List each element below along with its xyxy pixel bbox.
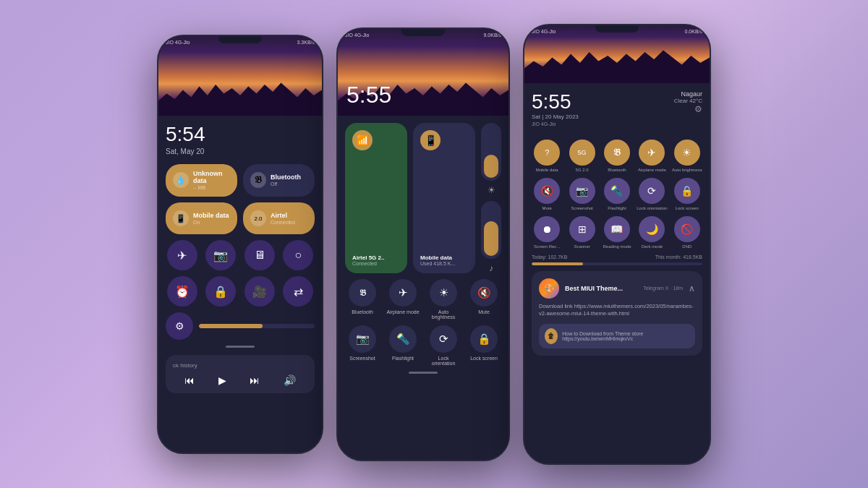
screen-btn[interactable]: 🖥 [244,240,275,270]
p3-screenshot[interactable]: 📷 Screenshot [566,178,597,210]
next-btn[interactable]: ⏭ [250,374,260,386]
video-btn[interactable]: 🎥 [244,276,275,307]
data-control[interactable]: 💧 Unknown data -- MB [166,164,237,197]
p2-orientation[interactable]: ⟳ Lock orientation [426,325,461,366]
p3-reading-label: Reading mode [603,244,631,249]
p3-mute[interactable]: 🔇 Mute [532,178,562,210]
prev-btn[interactable]: ⏮ [184,374,195,386]
airtel-tile-status: Connected [352,261,400,266]
icon-buttons-grid-1: ✈ 📷 🖥 ○ ⏰ 🔒 🎥 ⇄ [166,240,315,307]
p3-reading-icon: 📖 [604,216,630,242]
media-track: ck history [173,362,307,369]
p3-flashlight[interactable]: 🔦 Flashlight [602,178,632,210]
p3-dnd[interactable]: 🚫 DND [672,216,702,249]
mobile-icon: 📱 [173,210,189,226]
play-btn[interactable]: ▶ [218,374,226,386]
p3-dnd-icon: 🚫 [674,216,700,242]
phone-1-wallpaper: JIO 4G-Jio 3.3KB/s [158,36,322,116]
airtel-control[interactable]: 2.0 Airtel Connected [243,202,315,234]
p2-flashlight-label: Flashlight [392,356,414,361]
phone-2-wallpaper: JIO 4G-Jio 9.0KB/s 5:55 [338,29,509,116]
lock-btn[interactable]: 🔒 [205,276,236,307]
p3-lockscreen[interactable]: 🔒 Lock screen [672,178,702,210]
p3-lockscreen-icon: 🔒 [674,178,700,204]
p2-mute[interactable]: 🔇 Mute [467,279,501,320]
circle-btn[interactable]: ○ [283,240,313,270]
p3-speed: 0.0KB/s [684,29,702,34]
bluetooth-control[interactable]: 𝔅 Bluetooth Off [243,164,315,197]
volume-slider-icon: ♪ [481,263,501,273]
alarm-btn[interactable]: ⏰ [167,276,197,307]
p3-bluetooth[interactable]: 𝔅 Bluetooth [602,140,632,172]
p3-scanner[interactable]: ⊞ Scanner [566,216,597,249]
p3-dnd-label: DND [682,244,692,249]
bluetooth-value: Off [271,181,301,187]
p2-lockscreen[interactable]: 🔒 Lock screen [467,325,501,366]
phones-container: JIO 4G-Jio 3.3KB/s 5:54 Sat, May 20 💧 Un… [142,9,726,479]
notif-time-val: 18m [673,286,683,291]
airtel-tile[interactable]: 📶 Airtel 5G 2.. Connected [345,123,407,273]
airtel-label: Airtel [271,212,295,220]
screenshot-btn[interactable]: 📷 [205,240,236,270]
brightness-bar[interactable] [199,324,315,328]
volume-fill [484,221,498,256]
p2-flashlight[interactable]: 🔦 Flashlight [386,325,420,366]
phone-2: JIO 4G-Jio 9.0KB/s 5:55 📶 Airtel 5G 2.. … [336,27,510,461]
p2-orientation-label: Lock orientation [426,356,461,366]
bluetooth-label: Bluetooth [271,174,301,181]
p2-bluetooth-label: Bluetooth [352,309,373,314]
p3-screen-rec[interactable]: ⏺ Screen Rec... [532,216,562,249]
p3-auto-bright[interactable]: ☀ Auto brightness [672,140,702,172]
p3-dark-mode[interactable]: 🌙 Dark mode [637,216,667,249]
phone-2-time: 5:55 [346,82,391,108]
p2-brightness-icon: ☀ [430,279,457,307]
data-text: Unknown data -- MB [193,170,230,192]
p3-date: Sat | 20 May 2023 [532,114,579,120]
p2-airplane-label: Airplane mode [386,309,419,314]
notif-avatar: 🎨 [539,278,559,299]
p3-reading[interactable]: 📖 Reading mode [602,216,632,249]
volume-slider[interactable] [481,201,501,259]
expand-icon[interactable]: ∧ [689,283,695,294]
p2-brightness[interactable]: ☀ Auto brightness [426,279,461,320]
p3-carrier: JIO 4G-Jio [532,29,556,34]
p3-5g[interactable]: 5G 5G 2.0 [566,140,597,172]
airtel-tile-text: Airtel 5G 2.. Connected [352,254,400,266]
notif-time: Telegram X · 18m [643,286,683,291]
p2-mute-icon: 🔇 [470,279,498,307]
p2-bluetooth[interactable]: 𝔅 Bluetooth [345,279,380,320]
p3-airplane[interactable]: ✈ Airplane mode [637,140,667,172]
mobile-text: Mobile data On [193,212,229,226]
swap-btn[interactable]: ⇄ [283,276,313,307]
airtel-text: Airtel Connected [271,212,295,226]
phone-3-content: 5:55 Sat | 20 May 2023 JIO 4G-Jio Nagaur… [524,83,710,463]
mobile-tile-name: Mobile data [420,254,468,261]
volume-btn[interactable]: 🔊 [284,374,296,386]
p3-data-bar [532,262,702,265]
brightness-row: ⚙ [166,312,315,340]
p2-screenshot[interactable]: 📷 Screenshot [345,325,380,366]
gear-icon[interactable]: ⚙ [674,104,702,114]
airplane-btn[interactable]: ✈ [167,240,197,270]
p3-airplane-icon: ✈ [639,140,665,166]
p3-screen-rec-label: Screen Rec... [534,244,560,249]
p2-airplane[interactable]: ✈ Airplane mode [386,279,420,320]
p2-brightness-label: Auto brightness [426,309,461,320]
p3-left: 5:55 Sat | 20 May 2023 JIO 4G-Jio [532,90,579,132]
media-controls: ⏮ ▶ ⏭ 🔊 [173,374,307,386]
quick-tiles: 📶 Airtel 5G 2.. Connected 📱 Mobile data … [345,123,501,273]
p2-bluetooth-icon: 𝔅 [349,279,376,307]
p3-lock-orient-label: Lock orientation [637,206,667,210]
p3-location: Nagaur [674,90,702,98]
phone-3: JIO 4G-Jio 0.0KB/s 5:55 Sat | 20 May 202… [523,24,711,465]
mobile-tile[interactable]: 📱 Mobile data Used 418.5 K... [413,123,475,273]
p3-mobile-data[interactable]: ? Mobile data [532,140,562,172]
mobile-control[interactable]: 📱 Mobile data On [166,202,237,234]
p3-lock-orient[interactable]: ⟳ Lock orientation [637,178,667,210]
bluetooth-icon: 𝔅 [250,172,266,188]
p3-right: Nagaur Clear 42°C ⚙ [674,90,702,114]
mobile-tile-status: Used 418.5 K... [420,261,468,266]
brightness-slider[interactable] [481,123,501,181]
notification-card[interactable]: 🎨 Best MIUI Theme... Telegram X · 18m ∧ … [532,271,702,356]
notif-action[interactable]: 🗑 How to Download from Theme store https… [539,324,695,348]
